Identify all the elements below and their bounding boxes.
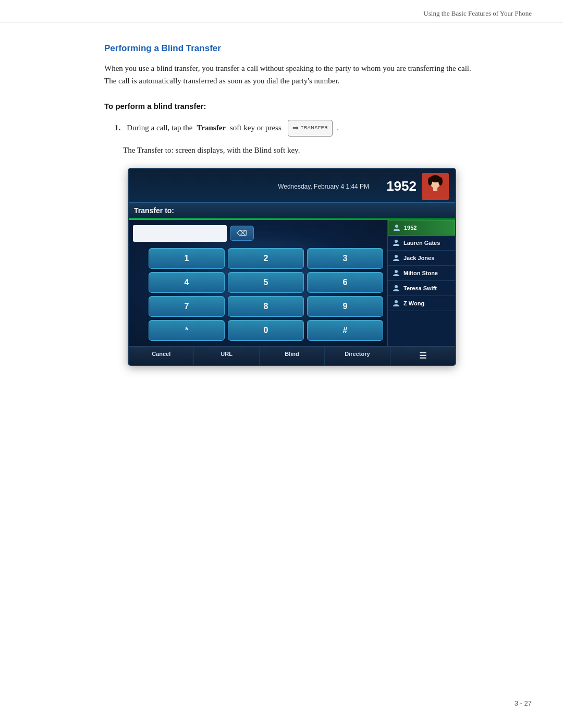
softkey-bar: CancelURLBlindDirectory☰ <box>129 346 455 365</box>
svg-point-12 <box>395 300 398 303</box>
person-icon <box>391 238 401 248</box>
phone-body: ⌫ 123456789*0# 1952 Lauren Gates Jack Jo… <box>129 220 455 346</box>
svg-rect-6 <box>433 187 437 191</box>
contact-list: 1952 Lauren Gates Jack Jones Milton Ston… <box>387 220 455 346</box>
person-svg <box>393 224 401 232</box>
softkey-cancel[interactable]: Cancel <box>129 347 194 365</box>
softkey-[interactable]: ☰ <box>390 347 455 365</box>
contact-item[interactable]: Z Wong <box>388 296 455 311</box>
svg-point-4 <box>438 177 443 186</box>
transfer-key-label: TRANSFER <box>301 124 328 132</box>
contact-name: Jack Jones <box>403 255 452 261</box>
page-number: 3 - 27 <box>515 699 532 707</box>
transfer-label: Transfer to: <box>134 206 450 215</box>
person-icon <box>391 253 401 263</box>
section-title: Performing a Blind Transfer <box>104 43 480 54</box>
sub-heading: To perform a blind transfer: <box>104 102 480 110</box>
person-svg <box>392 239 400 247</box>
person-icon <box>391 298 401 309</box>
contact-name: Lauren Gates <box>403 240 452 246</box>
backspace-button[interactable]: ⌫ <box>230 226 254 241</box>
svg-point-7 <box>395 225 398 228</box>
svg-point-10 <box>395 270 398 273</box>
person-svg <box>392 284 400 292</box>
contact-name: Milton Stone <box>403 270 452 276</box>
step-period: . <box>337 121 339 135</box>
person-svg <box>392 299 400 307</box>
step-1-suffix: soft key or press <box>230 121 282 135</box>
avatar <box>422 173 449 200</box>
body-text: When you use a blind transfer, you trans… <box>104 62 480 87</box>
person-icon <box>391 283 401 293</box>
dial-key-9[interactable]: 9 <box>307 296 383 317</box>
contact-item[interactable]: Lauren Gates <box>388 236 455 251</box>
contact-item[interactable]: Jack Jones <box>388 251 455 266</box>
dial-key-5[interactable]: 5 <box>228 272 304 293</box>
phone-top-bar: Wednesday, February 4 1:44 PM 1952 <box>129 169 455 202</box>
step-1-bold: Transfer <box>197 121 226 135</box>
svg-point-9 <box>395 255 398 258</box>
dial-key-7[interactable]: 7 <box>149 296 225 317</box>
dial-key-0[interactable]: 0 <box>228 320 304 341</box>
contact-name: Teresa Swift <box>403 285 452 291</box>
transfer-arrow-icon: ⇒ <box>292 122 299 134</box>
dial-key-#[interactable]: # <box>307 320 383 341</box>
page-header: Using the Basic Features of Your Phone <box>0 0 563 22</box>
person-svg <box>392 269 400 277</box>
dial-key-*[interactable]: * <box>149 320 225 341</box>
dial-input[interactable] <box>133 225 227 242</box>
contact-item[interactable]: Milton Stone <box>388 266 455 281</box>
step-1: 1. During a call, tap the Transfer soft … <box>115 120 480 137</box>
phone-screen-wrapper: Wednesday, February 4 1:44 PM 1952 <box>104 168 480 366</box>
dial-key-6[interactable]: 6 <box>307 272 383 293</box>
contact-name: 1952 <box>404 225 451 231</box>
contact-item[interactable]: 1952 <box>388 220 455 236</box>
transfer-bar: Transfer to: <box>129 202 455 218</box>
svg-point-3 <box>428 177 432 186</box>
phone-extension: 1952 <box>386 178 417 194</box>
dial-key-1[interactable]: 1 <box>149 248 225 269</box>
person-icon <box>391 223 402 233</box>
dial-key-4[interactable]: 4 <box>149 272 225 293</box>
contact-name: Z Wong <box>403 300 452 306</box>
page-footer: 3 - 27 <box>515 699 532 707</box>
transfer-key-icon: ⇒ TRANSFER <box>288 120 333 137</box>
step-number: 1. <box>115 121 120 135</box>
svg-point-8 <box>395 240 398 243</box>
avatar-image <box>422 173 449 200</box>
softkey-url[interactable]: URL <box>194 347 259 365</box>
dial-key-2[interactable]: 2 <box>228 248 304 269</box>
phone-screen: Wednesday, February 4 1:44 PM 1952 <box>128 168 456 366</box>
softkey-blind[interactable]: Blind <box>260 347 325 365</box>
dial-key-3[interactable]: 3 <box>307 248 383 269</box>
step-1-prefix: During a call, tap the <box>127 121 192 135</box>
person-icon <box>391 268 401 278</box>
input-row: ⌫ <box>133 225 383 242</box>
svg-point-11 <box>395 285 398 288</box>
person-svg <box>392 254 400 262</box>
contact-item[interactable]: Teresa Swift <box>388 281 455 296</box>
caption-text: The Transfer to: screen displays, with t… <box>123 144 480 156</box>
softkey-directory[interactable]: Directory <box>325 347 390 365</box>
phone-datetime: Wednesday, February 4 1:44 PM <box>261 183 386 190</box>
dialpad: 123456789*0# <box>149 248 383 341</box>
header-text: Using the Basic Features of Your Phone <box>423 9 532 17</box>
phone-left: ⌫ 123456789*0# <box>129 220 387 346</box>
dial-key-8[interactable]: 8 <box>228 296 304 317</box>
main-content: Performing a Blind Transfer When you use… <box>0 22 563 402</box>
backspace-icon: ⌫ <box>237 229 247 238</box>
